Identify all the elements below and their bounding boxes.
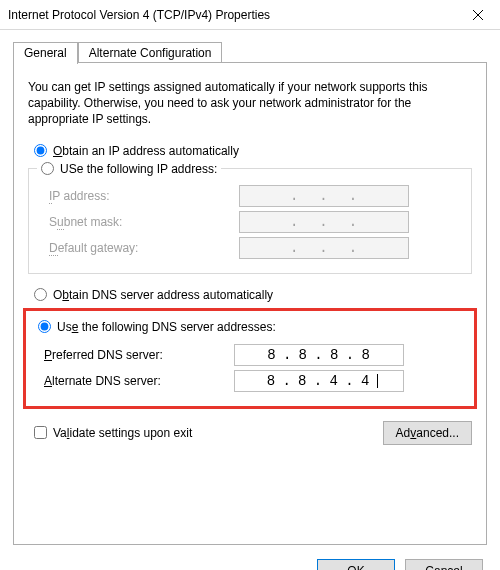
row-ip-address: IP address: ... — [49, 185, 463, 207]
field-default-gateway: ... — [239, 237, 409, 259]
checkbox-row-validate: Validate settings upon exit — [34, 426, 192, 440]
tab-strip: General Alternate Configuration — [13, 40, 487, 63]
close-button[interactable] — [455, 0, 500, 30]
radio-dns-auto[interactable] — [34, 288, 47, 301]
checkbox-validate[interactable] — [34, 426, 47, 439]
close-icon — [473, 10, 483, 20]
tab-alternate-configuration[interactable]: Alternate Configuration — [78, 42, 223, 63]
label-default-gateway: Default gateway: — [49, 241, 239, 255]
group-ip: USe the following IP address: IP address… — [28, 168, 472, 274]
cancel-button[interactable]: Cancel — [405, 559, 483, 570]
row-validate-advanced: Validate settings upon exit Advanced... — [28, 421, 472, 445]
dialog-buttons: OK Cancel — [13, 559, 487, 570]
field-subnet-mask: ... — [239, 211, 409, 233]
row-alternate-dns: Alternate DNS server: 8. 8. 4. 4 — [44, 370, 468, 392]
radio-row-ip-auto: Obtain an IP address automatically — [34, 144, 472, 158]
label-preferred-dns: Preferred DNS server: — [44, 348, 234, 362]
radio-row-ip-manual: USe the following IP address: — [37, 162, 221, 176]
row-subnet-mask: Subnet mask: ... — [49, 211, 463, 233]
radio-dns-manual-label: Use the following DNS server addresses: — [57, 320, 276, 334]
checkbox-validate-label: Validate settings upon exit — [53, 426, 192, 440]
text-caret — [377, 374, 378, 388]
intro-text: You can get IP settings assigned automat… — [28, 79, 472, 128]
titlebar: Internet Protocol Version 4 (TCP/IPv4) P… — [0, 0, 500, 30]
radio-row-dns-manual: Use the following DNS server addresses: — [38, 320, 468, 334]
row-preferred-dns: Preferred DNS server: 8. 8. 8. 8 — [44, 344, 468, 366]
ok-button[interactable]: OK — [317, 559, 395, 570]
label-ip-address: IP address: — [49, 189, 239, 203]
radio-ip-auto[interactable] — [34, 144, 47, 157]
radio-dns-auto-label: Obtain DNS server address automatically — [53, 288, 273, 302]
tab-general[interactable]: General — [13, 42, 78, 64]
highlight-dns-manual: Use the following DNS server addresses: … — [23, 308, 477, 409]
tab-baseline — [13, 62, 487, 63]
window-title: Internet Protocol Version 4 (TCP/IPv4) P… — [8, 8, 270, 22]
tab-page-general: You can get IP settings assigned automat… — [13, 63, 487, 545]
field-alternate-dns[interactable]: 8. 8. 4. 4 — [234, 370, 404, 392]
radio-ip-auto-label: Obtain an IP address automatically — [53, 144, 239, 158]
radio-ip-manual[interactable] — [41, 162, 54, 175]
field-ip-address: ... — [239, 185, 409, 207]
label-alternate-dns: Alternate DNS server: — [44, 374, 234, 388]
radio-ip-manual-label: USe the following IP address: — [60, 162, 217, 176]
dialog-client: General Alternate Configuration You can … — [0, 30, 500, 570]
radio-row-dns-auto: Obtain DNS server address automatically — [34, 288, 472, 302]
radio-dns-manual[interactable] — [38, 320, 51, 333]
row-default-gateway: Default gateway: ... — [49, 237, 463, 259]
advanced-button[interactable]: Advanced... — [383, 421, 472, 445]
field-preferred-dns[interactable]: 8. 8. 8. 8 — [234, 344, 404, 366]
label-subnet-mask: Subnet mask: — [49, 215, 239, 229]
